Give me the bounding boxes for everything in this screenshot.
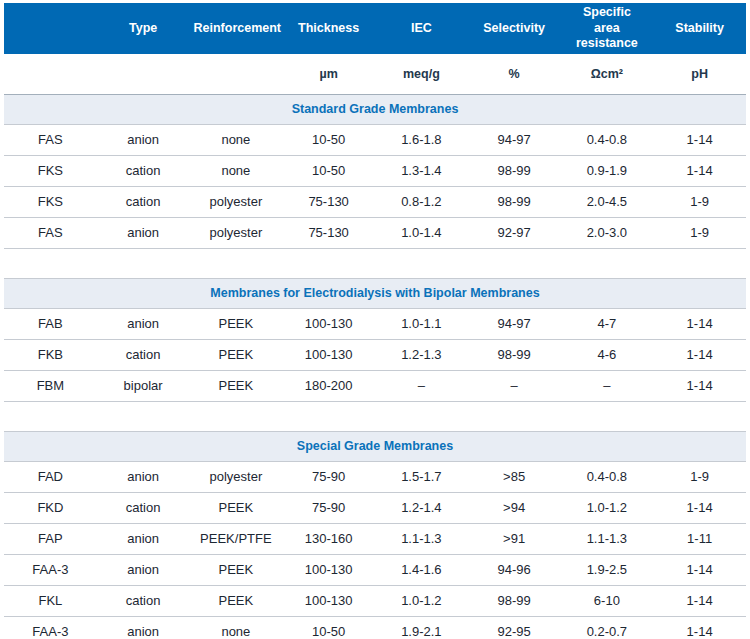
table-cell: PEEK — [190, 370, 283, 401]
table-cell: 4-7 — [561, 308, 654, 339]
table-cell: FAA-3 — [4, 554, 97, 585]
table-cell: anion — [97, 523, 190, 554]
table-cell: polyester — [190, 186, 283, 217]
table-cell: PEEK — [190, 585, 283, 616]
table-cell: 1-14 — [653, 339, 746, 370]
table-body: Standard Grade MembranesFASanionnone10-5… — [4, 94, 746, 639]
table-cell: FKD — [4, 492, 97, 523]
table-cell: FAS — [4, 124, 97, 155]
table-cell: 1.5-1.7 — [375, 461, 468, 492]
table-cell: polyester — [190, 461, 283, 492]
table-cell: 1-9 — [653, 186, 746, 217]
table-cell: 1.0-1.2 — [561, 492, 654, 523]
unit-cell-resistance: Ωcm² — [561, 54, 654, 95]
table-row: FASanionpolyester75-1301.0-1.492-972.0-3… — [4, 217, 746, 248]
table-cell: 1.0-1.1 — [375, 308, 468, 339]
table-row: FKDcationPEEK75-901.2-1.4>941.0-1.21-14 — [4, 492, 746, 523]
table-cell: anion — [97, 616, 190, 639]
table-cell: PEEK — [190, 339, 283, 370]
table-cell: 1-14 — [653, 585, 746, 616]
section-header-row: Standard Grade Membranes — [4, 94, 746, 124]
column-header-row: Type Reinforcement Thickness IEC Selecti… — [4, 3, 746, 54]
table-cell: 92-95 — [468, 616, 561, 639]
table-cell: 1-14 — [653, 370, 746, 401]
col-header-type: Type — [97, 3, 190, 54]
table-cell: PEEK — [190, 492, 283, 523]
table-cell: cation — [97, 585, 190, 616]
table-cell: 1-14 — [653, 492, 746, 523]
table-cell: FKL — [4, 585, 97, 616]
section-title: Standard Grade Membranes — [4, 94, 746, 124]
table-row: FKScationpolyester75-1300.8-1.298-992.0-… — [4, 186, 746, 217]
table-cell: 100-130 — [282, 585, 375, 616]
table-cell: 1-14 — [653, 616, 746, 639]
table-cell: none — [190, 155, 283, 186]
table-row: FAA-3anionPEEK100-1301.4-1.694-961.9-2.5… — [4, 554, 746, 585]
table-cell: none — [190, 124, 283, 155]
table-row: FKBcationPEEK100-1301.2-1.398-994-61-14 — [4, 339, 746, 370]
table-cell: >85 — [468, 461, 561, 492]
table-cell: 92-97 — [468, 217, 561, 248]
unit-cell-reinforcement — [190, 54, 283, 95]
section-spacer — [4, 401, 746, 431]
table-row: FAA-3anionnone10-501.9-2.192-950.2-0.71-… — [4, 616, 746, 639]
table-row: FAPanionPEEK/PTFE130-1601.1-1.3>911.1-1.… — [4, 523, 746, 554]
table-cell: FAA-3 — [4, 616, 97, 639]
table-cell: FAS — [4, 217, 97, 248]
table-cell: 94-97 — [468, 124, 561, 155]
table-cell: 1.0-1.4 — [375, 217, 468, 248]
table-row: FABanionPEEK100-1301.0-1.194-974-71-14 — [4, 308, 746, 339]
table-cell: FKS — [4, 155, 97, 186]
membrane-spec-table-page: Type Reinforcement Thickness IEC Selecti… — [0, 0, 750, 639]
section-header-row: Special Grade Membranes — [4, 431, 746, 461]
unit-cell-name — [4, 54, 97, 95]
table-cell: >91 — [468, 523, 561, 554]
unit-cell-stability: pH — [653, 54, 746, 95]
table-cell: FBM — [4, 370, 97, 401]
table-row: FKLcationPEEK100-1301.0-1.298-996-101-14 — [4, 585, 746, 616]
table-cell: 1.6-1.8 — [375, 124, 468, 155]
table-cell: PEEK — [190, 554, 283, 585]
col-header-reinforcement: Reinforcement — [190, 3, 283, 54]
table-cell: anion — [97, 554, 190, 585]
table-cell: 98-99 — [468, 186, 561, 217]
col-header-selectivity: Selectivity — [468, 3, 561, 54]
table-cell: 0.2-0.7 — [561, 616, 654, 639]
table-cell: PEEK — [190, 308, 283, 339]
table-cell: 0.9-1.9 — [561, 155, 654, 186]
table-cell: 10-50 — [282, 616, 375, 639]
table-cell: 1-11 — [653, 523, 746, 554]
unit-cell-type — [97, 54, 190, 95]
table-cell: 1.9-2.5 — [561, 554, 654, 585]
table-cell: FAP — [4, 523, 97, 554]
table-cell: 1-14 — [653, 554, 746, 585]
table-row: FBMbipolarPEEK180-200–––1-14 — [4, 370, 746, 401]
unit-cell-selectivity: % — [468, 54, 561, 95]
table-cell: 10-50 — [282, 155, 375, 186]
section-spacer-cell — [4, 248, 746, 278]
table-cell: 1-14 — [653, 124, 746, 155]
table-cell: 1-9 — [653, 461, 746, 492]
col-header-resistance: Specific area resistance — [561, 3, 654, 54]
units-row: µm meq/g % Ωcm² pH — [4, 54, 746, 95]
table-cell: anion — [97, 217, 190, 248]
unit-cell-thickness: µm — [282, 54, 375, 95]
table-cell: 98-99 — [468, 585, 561, 616]
table-cell: 75-130 — [282, 186, 375, 217]
section-spacer — [4, 248, 746, 278]
table-cell: cation — [97, 492, 190, 523]
table-cell: 1.2-1.3 — [375, 339, 468, 370]
table-cell: 75-90 — [282, 492, 375, 523]
col-header-name — [4, 3, 97, 54]
table-cell: FKS — [4, 186, 97, 217]
table-cell: cation — [97, 155, 190, 186]
unit-cell-iec: meq/g — [375, 54, 468, 95]
table-cell: 1.3-1.4 — [375, 155, 468, 186]
section-title: Special Grade Membranes — [4, 431, 746, 461]
table-cell: 6-10 — [561, 585, 654, 616]
table-cell: 94-97 — [468, 308, 561, 339]
section-title: Membranes for Electrodialysis with Bipol… — [4, 278, 746, 308]
col-header-thickness: Thickness — [282, 3, 375, 54]
table-cell: 130-160 — [282, 523, 375, 554]
table-cell: 1.9-2.1 — [375, 616, 468, 639]
